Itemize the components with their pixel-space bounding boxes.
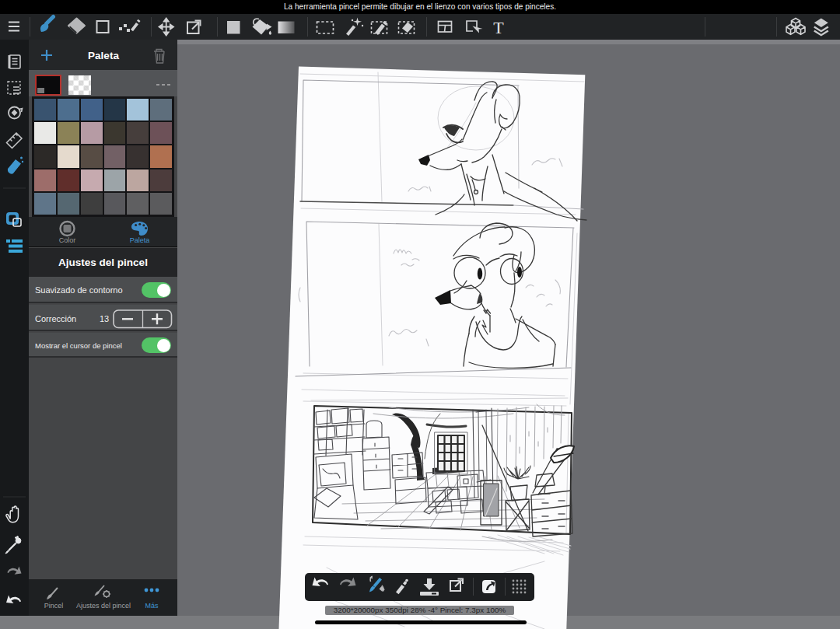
svg-text:Paleta: Paleta	[130, 236, 150, 244]
svg-text:T: T	[493, 18, 504, 37]
svg-text:Paleta: Paleta	[88, 50, 119, 61]
svg-text:Color: Color	[59, 236, 76, 244]
svg-text:Ajustes del pincel: Ajustes del pincel	[76, 602, 131, 610]
svg-text:Pincel: Pincel	[44, 602, 64, 610]
svg-text:Más: Más	[145, 602, 159, 610]
